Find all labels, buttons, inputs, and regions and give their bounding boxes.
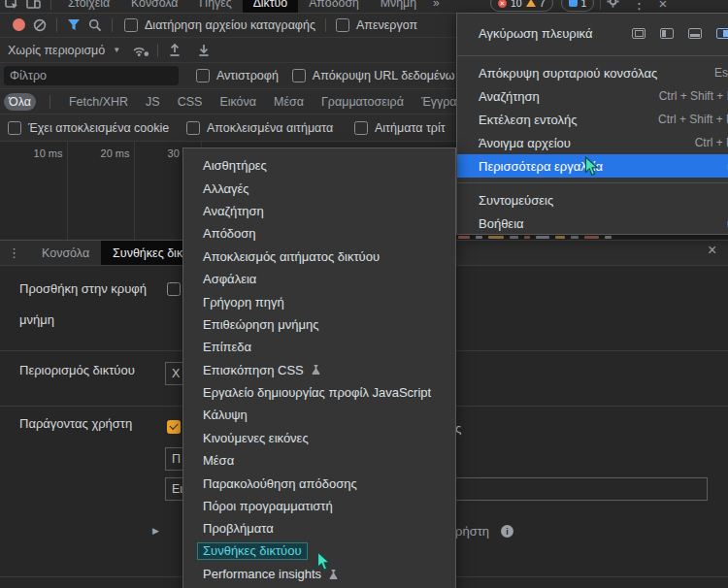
submenu-item-13[interactable]: Μέσα xyxy=(183,449,455,472)
status-filter-checkbox-1[interactable] xyxy=(186,121,200,135)
type-chip-2[interactable]: JS xyxy=(141,93,165,111)
dock-bottom-icon[interactable] xyxy=(688,28,702,39)
menu-item-label: Αγκύρωση πλευρικά xyxy=(479,26,592,41)
import-har-icon[interactable] xyxy=(164,41,185,60)
submenu-item-0[interactable]: Αισθητήρες xyxy=(183,154,455,177)
type-chip-1[interactable]: Fetch/XHR xyxy=(64,93,133,111)
info-icon[interactable]: i xyxy=(501,525,513,538)
network-throttling-select-value: Χ xyxy=(172,367,180,380)
type-chip-3[interactable]: CSS xyxy=(173,93,208,111)
submenu-item-2[interactable]: Αναζήτηση xyxy=(183,200,455,222)
submenu-item-16[interactable]: Προβλήματα xyxy=(183,517,455,539)
submenu-item-11[interactable]: Κάλυψη xyxy=(183,404,455,426)
filter-funnel-icon[interactable] xyxy=(63,16,84,35)
menu-item-label: Συντομεύσεις xyxy=(479,193,553,208)
menu-item-shortcut: Ctrl + Shift + P xyxy=(658,113,728,126)
status-filter-checkbox-0[interactable] xyxy=(8,121,21,135)
user-agent-default-checkbox[interactable] xyxy=(167,420,181,434)
menu-item-5[interactable]: Άνοιγμα αρχείουCtrl + P xyxy=(457,131,728,154)
drawer-more-tabs-kebab-icon[interactable]: ⋮ xyxy=(8,245,20,260)
main-tab-2[interactable]: Πηγές xyxy=(188,0,242,14)
menu-item-2[interactable]: Απόκρυψη συρταριού κονσόλαςEsc xyxy=(457,61,728,84)
export-har-icon[interactable] xyxy=(193,41,215,60)
menu-item-8[interactable]: Συντομεύσεις xyxy=(457,188,728,212)
menu-item-4[interactable]: Εκτέλεση εντολήςCtrl + Shift + P xyxy=(457,108,728,131)
disable-cache-panel-checkbox[interactable] xyxy=(167,282,181,296)
submenu-item-label: Επιθεώρηση μνήμης xyxy=(203,317,318,332)
timeline-gridline xyxy=(134,142,135,240)
type-chip-0[interactable]: Όλα xyxy=(4,93,36,111)
device-toolbar-icon[interactable] xyxy=(26,0,42,10)
issues-count: 1 xyxy=(581,0,587,9)
main-tab-3[interactable]: Δίκτυο xyxy=(243,0,299,14)
clear-network-log-icon[interactable] xyxy=(29,16,50,35)
drawer-close-icon[interactable]: × xyxy=(708,243,716,258)
main-tab-1[interactable]: Κονσόλα xyxy=(120,0,188,14)
console-errors-warnings-badge[interactable]: ✕ 10 7 xyxy=(490,0,553,12)
type-chip-5[interactable]: Μέσα xyxy=(269,93,309,111)
submenu-item-3[interactable]: Απόδοση xyxy=(183,222,455,245)
submenu-item-6[interactable]: Γρήγορη πηγή xyxy=(183,290,455,312)
type-chip-6[interactable]: Γραμματοσειρά xyxy=(316,93,409,111)
submenu-item-7[interactable]: Επιθεώρηση μνήμης xyxy=(183,313,455,336)
submenu-item-label: Προβλήματα xyxy=(203,521,274,536)
submenu-item-15[interactable]: Πόροι προγραμματιστή xyxy=(183,495,455,517)
invert-filter-checkbox[interactable] xyxy=(196,69,210,82)
divider xyxy=(325,18,326,32)
submenu-item-14[interactable]: Παρακολούθηση απόδοσης xyxy=(183,472,455,494)
more-tabs-chevron[interactable]: » xyxy=(433,0,440,10)
status-filter-2: Αιτήματα τρίτ xyxy=(354,121,446,135)
record-network-log-button[interactable] xyxy=(8,16,29,35)
main-tab-0[interactable]: Στοιχεία xyxy=(57,0,120,14)
inspect-element-icon[interactable] xyxy=(5,0,20,10)
submenu-item-label: Απόδοση xyxy=(203,226,256,241)
cursor-arrow xyxy=(316,551,332,572)
type-chip-4[interactable]: Εικόνα xyxy=(215,93,261,111)
issues-badge[interactable]: 1 xyxy=(561,0,595,12)
timeline-tick-label: 20 ms xyxy=(101,147,130,159)
menu-item-9[interactable]: Βοήθεια▶ xyxy=(457,212,728,235)
menu-item-shortcut: Ctrl + Shift + F xyxy=(659,89,728,103)
more-options-kebab-icon[interactable]: ⋮ xyxy=(631,0,646,13)
submenu-item-10[interactable]: Εργαλείο δημιουργίας προφίλ JavaScript xyxy=(183,381,455,404)
timeline-tick-label: 10 ms xyxy=(34,147,63,159)
drawer-tab-0[interactable]: Κονσόλα xyxy=(30,241,101,265)
menu-item-shortcut: Esc xyxy=(714,66,728,80)
undock-icon[interactable] xyxy=(632,28,645,39)
dock-left-icon[interactable] xyxy=(660,28,674,39)
menu-item-label: Βοήθεια xyxy=(479,216,524,231)
divider xyxy=(157,44,158,57)
submenu-item-12[interactable]: Κινούμενες εικόνες xyxy=(183,427,455,449)
clipped-pixels xyxy=(476,236,482,239)
status-filter-checkbox-2[interactable] xyxy=(354,121,368,135)
clipped-pixels xyxy=(584,236,599,239)
status-filter-1: Αποκλεισμένα αιτήματα xyxy=(186,121,333,135)
submenu-item-4[interactable]: Αποκλεισμός αιτήματος δικτύου xyxy=(183,245,455,268)
menu-item-label: Άνοιγμα αρχείου xyxy=(479,136,571,150)
search-icon[interactable] xyxy=(84,16,106,35)
network-conditions-icon[interactable] xyxy=(130,41,151,60)
submenu-item-label: Επίπεδα xyxy=(203,340,251,354)
menu-item-3[interactable]: ΑναζήτησηCtrl + Shift + F xyxy=(457,84,728,108)
disable-cache-checkbox[interactable] xyxy=(336,18,349,32)
error-icon: ✕ xyxy=(498,0,507,8)
settings-gear-icon[interactable] xyxy=(607,0,619,12)
throttling-select[interactable]: Χωρίς περιορισμό ▼ xyxy=(8,44,120,57)
submenu-item-label: Αλλαγές xyxy=(203,181,249,196)
main-tab-5[interactable]: Μνήμη xyxy=(370,0,427,14)
submenu-item-label: Γρήγορη πηγή xyxy=(203,295,284,310)
cursor-arrow xyxy=(584,156,600,178)
main-tab-4[interactable]: Απόδοση xyxy=(298,0,370,14)
hide-data-urls-checkbox[interactable] xyxy=(292,69,306,82)
submenu-item-8[interactable]: Επίπεδα xyxy=(183,336,455,358)
dock-right-icon[interactable] xyxy=(716,28,728,39)
submenu-item-9[interactable]: Επισκόπηση CSS xyxy=(183,359,455,381)
submenu-item-label: Μέσα xyxy=(203,453,234,468)
menu-item-dock-side[interactable]: Αγκύρωση πλευρικά xyxy=(457,16,728,50)
submenu-item-1[interactable]: Αλλαγές xyxy=(183,177,455,199)
submenu-item-5[interactable]: Ασφάλεια xyxy=(183,268,455,290)
preserve-log-checkbox[interactable] xyxy=(124,18,138,32)
devtools-close-icon[interactable]: × xyxy=(658,0,667,11)
client-hints-expand-icon[interactable]: ▶ xyxy=(152,526,159,536)
filter-input[interactable] xyxy=(4,66,179,85)
